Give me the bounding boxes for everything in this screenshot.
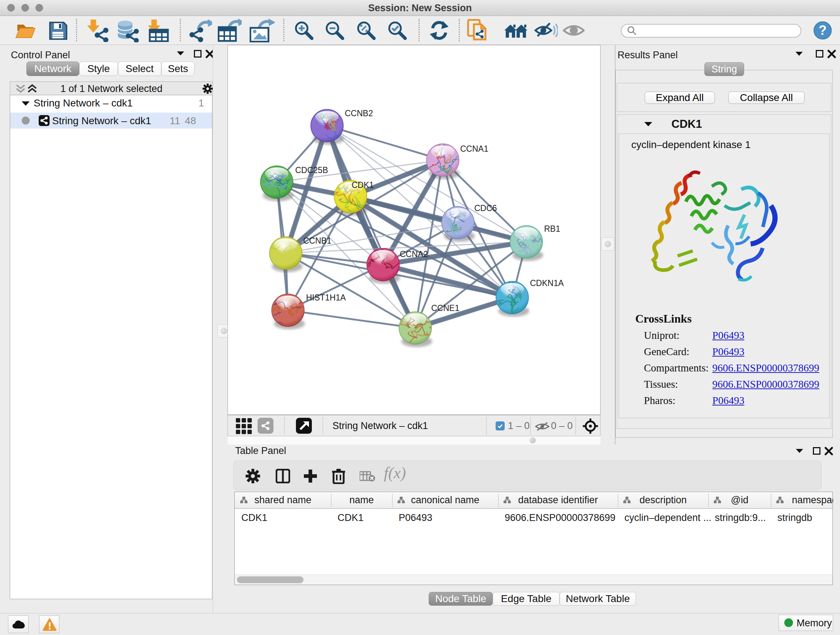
svg-text:CDK1: CDK1 xyxy=(352,180,374,190)
svg-text:RB1: RB1 xyxy=(544,224,561,233)
svg-text:CCNB1: CCNB1 xyxy=(303,236,332,245)
svg-text:CDC25B: CDC25B xyxy=(295,165,328,175)
svg-text:CCNE1: CCNE1 xyxy=(431,303,459,313)
svg-text:HIST1H1A: HIST1H1A xyxy=(306,293,346,302)
svg-text:CDKN1A: CDKN1A xyxy=(530,279,564,288)
svg-text:CCNA2: CCNA2 xyxy=(400,249,428,259)
svg-text:CCNA1: CCNA1 xyxy=(460,144,488,154)
svg-text:CDC6: CDC6 xyxy=(474,203,497,213)
svg-text:CCNB2: CCNB2 xyxy=(345,109,373,118)
